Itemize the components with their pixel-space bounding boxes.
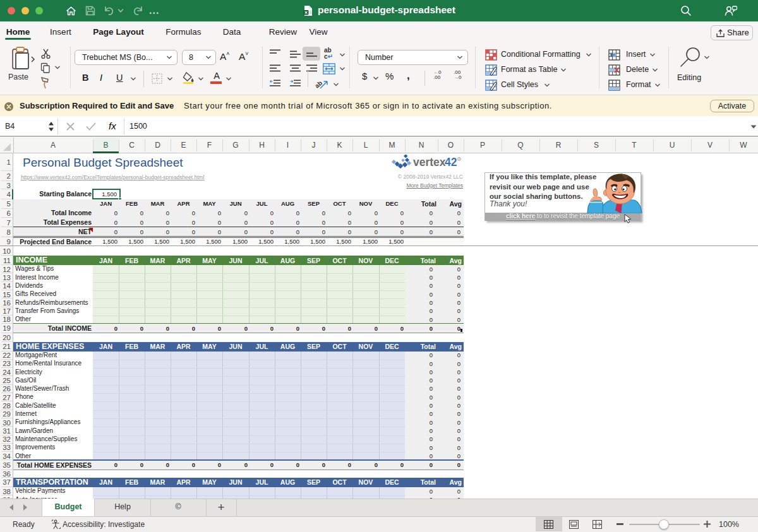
svg-text:42: 42	[445, 156, 457, 168]
svg-text:vertex: vertex	[413, 156, 446, 168]
